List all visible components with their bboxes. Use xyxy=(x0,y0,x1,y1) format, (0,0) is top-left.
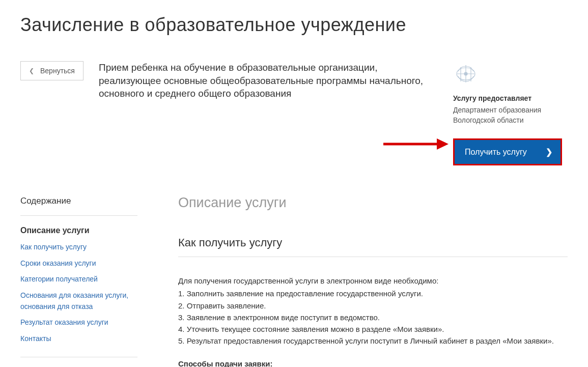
step-item: 1. Заполнить заявление на предоставление… xyxy=(178,288,568,299)
sidebar-link-grounds[interactable]: Основания для оказания услуги, основания… xyxy=(20,291,128,310)
sidebar-links-list: Как получить услугу Сроки оказания услуг… xyxy=(20,241,137,357)
chevron-left-icon: ❮ xyxy=(29,67,34,74)
sidebar-link-contacts[interactable]: Контакты xyxy=(20,334,51,343)
top-section: ❮ Вернуться Прием ребенка на обучение в … xyxy=(20,61,568,165)
content-subheading: Как получить услугу xyxy=(178,236,568,257)
provider-label: Услугу предоставляет xyxy=(453,94,568,102)
sidebar-link-item: Результат оказания услуги xyxy=(20,317,137,328)
service-description: Прием ребенка на обучение в образователь… xyxy=(99,61,453,165)
provider-block: Услугу предоставляет Департамент образов… xyxy=(453,61,568,165)
sidebar-title: Содержание xyxy=(20,196,137,216)
sidebar: Содержание Описание услуги Как получить … xyxy=(20,196,137,367)
get-service-label: Получить услугу xyxy=(465,148,527,157)
sidebar-link-howto[interactable]: Как получить услугу xyxy=(20,243,87,251)
submit-methods-title: Способы подачи заявки: xyxy=(178,359,568,367)
step-item: 3. Заявление в электронном виде поступит… xyxy=(178,312,568,323)
get-service-button[interactable]: Получить услугу ❯ xyxy=(453,138,562,165)
sidebar-link-item: Сроки оказания услуги xyxy=(20,258,137,269)
back-button-label: Вернуться xyxy=(40,67,75,75)
page-title: Зачисление в образовательное учреждение xyxy=(20,14,568,36)
back-button[interactable]: ❮ Вернуться xyxy=(20,61,83,80)
content-heading: Описание услуги xyxy=(178,195,568,211)
sidebar-link-result[interactable]: Результат оказания услуги xyxy=(20,318,108,326)
steps-intro: Для получения государственной услуги в э… xyxy=(178,275,568,287)
main-content-grid: Содержание Описание услуги Как получить … xyxy=(20,196,568,367)
description-text: Прием ребенка на обучение в образователь… xyxy=(99,61,438,100)
sidebar-link-item: Как получить услугу xyxy=(20,241,137,252)
sidebar-link-item: Контакты xyxy=(20,333,137,344)
sidebar-link-categories[interactable]: Категории получателей xyxy=(20,275,98,283)
emblem-icon xyxy=(453,61,479,87)
provider-name: Департамент образования Вологодской обла… xyxy=(453,105,568,125)
chevron-right-icon: ❯ xyxy=(546,147,552,157)
steps-list: 1. Заполнить заявление на предоставление… xyxy=(178,288,568,347)
step-item: 2. Отправить заявление. xyxy=(178,300,568,312)
sidebar-section-title: Описание услуги xyxy=(20,226,137,235)
main-content: Описание услуги Как получить услугу Для … xyxy=(178,196,568,367)
step-item: 5. Результат предоставления государствен… xyxy=(178,335,568,347)
sidebar-link-item: Основания для оказания услуги, основания… xyxy=(20,290,137,312)
step-item: 4. Уточнить текущее состояние заявления … xyxy=(178,323,568,335)
sidebar-link-terms[interactable]: Сроки оказания услуги xyxy=(20,259,96,267)
sidebar-link-item: Категории получателей xyxy=(20,273,137,285)
